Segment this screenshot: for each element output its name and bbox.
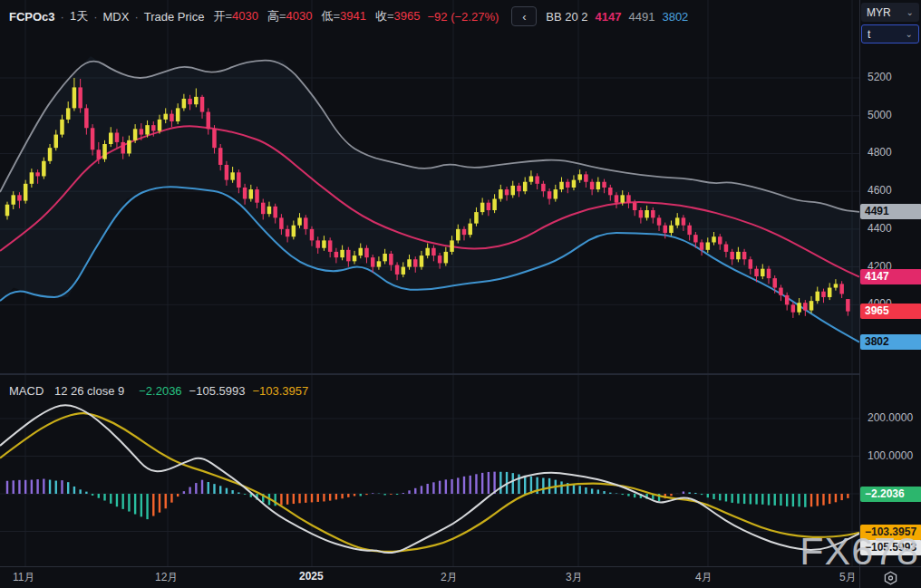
high-field: 高=4030 (267, 8, 313, 24)
price-type-label: Trade Price (144, 10, 205, 24)
price-tick-4400: 4400 (860, 222, 921, 235)
low-field: 低=3941 (321, 8, 366, 24)
bb-indicator-name: BB 20 2 (546, 10, 587, 24)
time-label-12月: 12月 (155, 570, 178, 585)
unit-select-value: t (868, 28, 870, 41)
time-axis[interactable]: 11月12月20252月3月4月5月 (0, 567, 859, 588)
bb-lower-value: 3802 (662, 10, 688, 24)
separator-dot: · (61, 10, 64, 24)
macd-indicator-name: MACD 12 26 close 9 (9, 384, 131, 398)
price-tick-5000: 5000 (860, 109, 921, 121)
symbol-name[interactable]: FCPOc3 (9, 10, 55, 24)
macd-tick: 100.0000 (860, 449, 921, 462)
time-label-4月: 4月 (695, 570, 713, 585)
chart-canvas[interactable] (0, 0, 921, 588)
open-field: 开=4030 (213, 8, 258, 24)
macd-histogram-value: −2.2036 (139, 384, 181, 398)
price-badge-3802: 3802 (860, 334, 921, 350)
unit-select[interactable]: t ⌄ (861, 24, 919, 43)
price-badge-4491: 4491 (860, 204, 921, 219)
currency-select-value: MYR (867, 6, 891, 19)
trading-chart-window: FCPOc3 · 1天 · MDX · Trade Price 开=4030 高… (0, 0, 921, 588)
interval-label[interactable]: 1天 (70, 8, 88, 24)
time-label-2月: 2月 (441, 570, 458, 585)
fx678-watermark: FX678 (800, 529, 919, 574)
price-badge-4147: 4147 (860, 269, 921, 284)
price-tick-4600: 4600 (860, 184, 921, 197)
macd-indicator-legend[interactable]: MACD 12 26 close 9 −2.2036 −105.5993 −10… (9, 382, 315, 399)
price-tick-5200: 5200 (860, 71, 921, 83)
macd-line-value: −105.5993 (189, 384, 246, 398)
macd-signal-value: −103.3957 (252, 384, 308, 398)
time-label-11月: 11月 (13, 570, 34, 585)
close-field: 收=3965 (375, 8, 421, 24)
bb-basis-value: 4147 (596, 10, 622, 24)
time-label-2025: 2025 (299, 570, 324, 583)
time-label-3月: 3月 (566, 570, 583, 585)
bb-upper-value: 4491 (629, 10, 655, 24)
currency-select[interactable]: MYR ⌄ (861, 3, 919, 22)
separator-dot: · (93, 10, 97, 24)
chevron-down-icon: ⌄ (906, 8, 914, 17)
macd-tick: 200.0000 (860, 411, 921, 424)
price-axis[interactable]: 5200500048004600440042004000200.0000100.… (860, 0, 921, 566)
bb-indicator-legend[interactable]: BB 20 2 4147 4491 3802 (546, 10, 688, 24)
price-tick-4800: 4800 (860, 146, 921, 159)
price-badge-3965: 3965 (860, 304, 921, 319)
chart-legend: FCPOc3 · 1天 · MDX · Trade Price 开=4030 高… (9, 7, 688, 25)
chevron-down-icon: ⌄ (906, 30, 913, 39)
macd-badge: −2.2036 (860, 487, 921, 502)
exchange-label: MDX (103, 10, 130, 24)
change-value: −92 (−2.27%) (428, 10, 499, 24)
separator-dot: · (134, 10, 138, 24)
collapse-indicators-button[interactable]: ‹ (511, 6, 537, 26)
axis-unit-selectors: MYR ⌄ t ⌄ (861, 3, 919, 46)
pane-separator[interactable] (0, 373, 859, 375)
